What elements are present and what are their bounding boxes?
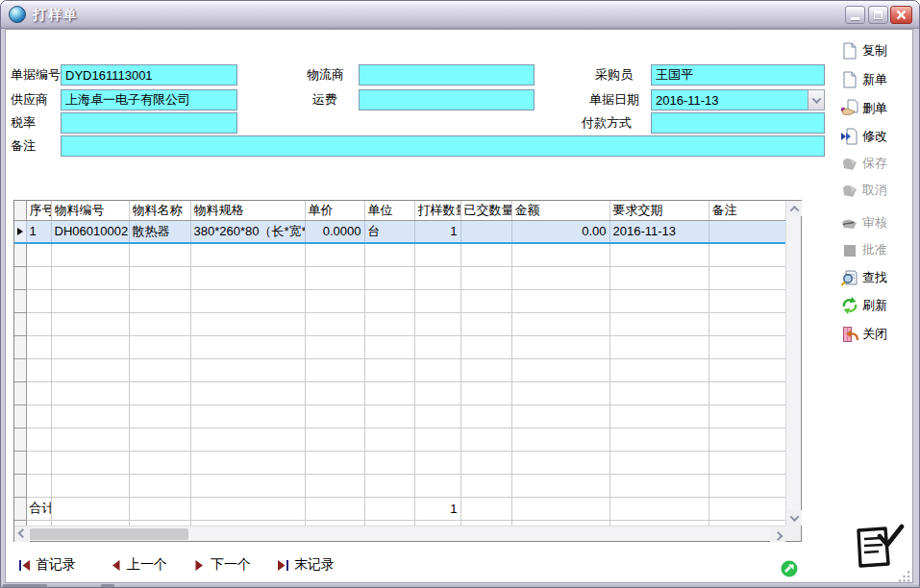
cell-remark[interactable] [709,220,785,243]
grid-table: 序号 物料编号 物料名称 物料规格 单价 单位 打样数量 已交数量 金额 要求交… [14,201,786,526]
background-strip-blob [101,584,114,588]
freight-label: 运费 [312,89,337,110]
col-header-delivered: 已交数量 [460,201,511,220]
toolbar-modify-button[interactable]: 修改 [840,125,911,148]
cell-item-name[interactable]: 散热器 [129,220,190,243]
modify-icon [840,127,859,146]
copy-document-icon [840,41,859,61]
col-header-due-date: 要求交期 [609,201,709,220]
toolbar-new-button[interactable]: 新单 [840,68,911,91]
cell-unit[interactable]: 台 [364,220,414,243]
cell-amount[interactable]: 0.00 [511,220,609,243]
logistics-field[interactable] [359,64,535,86]
app-window: 打样单 单据编号 供应商 税率 备注 物流商 运费 采购员 单据日期 付款方式 … [0,0,920,588]
doc-no-label: 单据编号 [11,64,61,86]
minimize-button[interactable] [845,6,865,24]
grid-body: 1 DH06010002 散热器 380*260*80（长*宽*高 0.0000… [14,220,785,526]
remark-field[interactable] [61,135,825,157]
grid-empty-row [14,335,785,358]
col-header-item-name: 物料名称 [129,201,190,220]
grid-vertical-scrollbar[interactable] [785,201,801,526]
grid-data-row-selected[interactable]: 1 DH06010002 散热器 380*260*80（长*宽*高 0.0000… [14,220,785,243]
cell-delivered[interactable] [460,220,511,243]
resize-grip[interactable] [898,570,911,582]
cell-due-date[interactable]: 2016-11-13 [609,220,709,243]
supplier-label: 供应商 [11,89,48,110]
app-globe-icon [9,6,26,23]
logistics-label: 物流商 [307,64,344,86]
toolbar-copy-button[interactable]: 复制 [840,39,911,62]
scroll-up-button[interactable] [786,201,802,216]
col-header-amount: 金额 [511,201,609,220]
nav-last-record-button[interactable]: 末记录 [277,555,335,575]
nav-first-record-button[interactable]: 首记录 [18,555,76,575]
supplier-field[interactable] [61,89,237,110]
save-icon [840,154,859,173]
current-row-marker-icon [17,228,23,235]
signed-document-logo-icon [851,524,905,572]
col-header-seq: 序号 [26,201,51,220]
grid-empty-row [14,428,785,451]
scroll-right-button[interactable] [770,527,785,542]
doc-date-combo[interactable] [651,89,825,110]
chevron-down-icon [789,512,799,522]
col-header-sample-qty: 打样数量 [414,201,460,220]
refresh-icon [840,296,859,315]
detail-grid: 序号 物料编号 物料名称 物料规格 单价 单位 打样数量 已交数量 金额 要求交… [13,200,802,542]
doc-date-label: 单据日期 [589,89,639,110]
col-header-item-spec: 物料规格 [190,201,305,220]
scrollbar-corner [785,526,801,541]
remark-label: 备注 [11,135,36,157]
doc-no-field[interactable] [61,64,237,86]
new-document-icon [840,70,859,89]
delete-order-icon [840,99,859,118]
nav-next-button[interactable]: 下一个 [193,555,251,575]
toolbar-find-button[interactable]: 查找 [840,266,911,289]
horizontal-scroll-thumb[interactable] [30,528,188,540]
audit-icon [840,213,859,233]
payment-field[interactable] [651,112,825,134]
purchaser-field[interactable] [651,64,825,86]
cell-unit-price[interactable]: 0.0000 [305,220,364,243]
status-green-icon [781,560,798,577]
cell-seq[interactable]: 1 [26,220,51,243]
grid-horizontal-scrollbar[interactable] [14,526,785,541]
grid-empty-row [14,474,785,497]
toolbar-delete-button[interactable]: 删单 [840,97,911,120]
close-door-icon [840,325,859,344]
approve-icon [840,240,859,259]
doc-date-dropdown-button[interactable] [808,89,825,110]
chevron-right-icon [773,530,783,540]
tax-rate-label: 税率 [11,112,36,134]
row-indicator-cell [14,220,26,243]
total-label: 合计 [26,497,51,520]
last-record-icon [277,559,289,572]
toolbar-approve-button: 批准 [840,238,911,261]
col-header-remark: 备注 [709,201,785,220]
scroll-left-button[interactable] [14,527,30,542]
cell-item-spec[interactable]: 380*260*80（长*宽*高 [190,220,305,243]
scroll-down-button[interactable] [786,510,802,526]
toolbar-close-button[interactable]: 关闭 [840,323,911,346]
freight-field[interactable] [359,89,535,110]
tax-rate-field[interactable] [61,112,237,134]
nav-previous-button[interactable]: 上一个 [110,555,167,575]
grid-empty-row [14,451,785,474]
toolbar-cancel-button: 取消 [840,179,911,202]
maximize-button[interactable] [868,6,888,24]
cell-sample-qty[interactable]: 1 [414,220,460,243]
chevron-left-icon [17,528,27,538]
doc-date-field[interactable] [651,89,808,110]
toolbar-audit-button: 审核 [840,211,911,234]
toolbar-refresh-button[interactable]: 刷新 [840,294,911,317]
close-button[interactable] [890,6,912,24]
titlebar[interactable]: 打样单 [1,1,920,29]
cell-item-code[interactable]: DH06010002 [51,220,129,243]
window-title: 打样单 [33,7,79,24]
grid-empty-row [14,404,785,428]
grid-empty-row [14,289,785,312]
col-header-unit: 单位 [364,201,414,220]
cancel-icon [840,181,859,200]
previous-record-icon [110,559,122,572]
next-record-icon [193,559,206,572]
